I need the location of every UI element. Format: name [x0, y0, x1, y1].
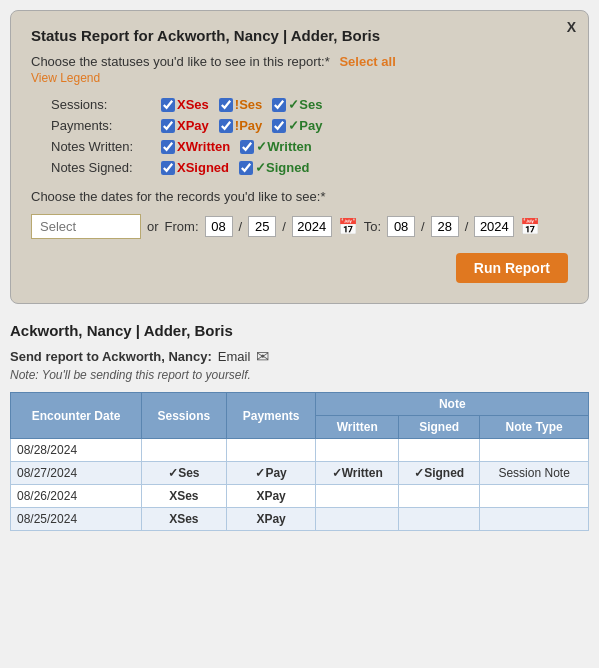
- send-report-value: Email: [218, 349, 251, 364]
- table-row: 08/26/2024XSesXPay: [11, 485, 589, 508]
- ipay-checkbox[interactable]: [219, 119, 233, 133]
- modal-title: Status Report for Ackworth, Nancy | Adde…: [31, 27, 568, 44]
- xsigned-label: XSigned: [177, 160, 229, 175]
- xses-item: XSes: [161, 97, 209, 112]
- notes-written-label: Notes Written:: [51, 139, 161, 154]
- to-day[interactable]: [431, 216, 459, 237]
- notes-signed-options: XSigned ✓Signed: [161, 160, 309, 175]
- payments-label: Payments:: [51, 118, 161, 133]
- th-note-type: Note Type: [480, 416, 589, 439]
- payments-row: Payments: XPay !Pay ✓Pay: [51, 118, 568, 133]
- table-row: 08/25/2024XSesXPay: [11, 508, 589, 531]
- select-all-link[interactable]: Select all: [339, 54, 395, 69]
- from-calendar-icon[interactable]: 📅: [338, 217, 358, 236]
- th-encounter-date: Encounter Date: [11, 393, 142, 439]
- table-header-group-row: Encounter Date Sessions Payments Note: [11, 393, 589, 416]
- vwritten-label: ✓Written: [256, 139, 312, 154]
- td-sessions: XSes: [142, 508, 227, 531]
- xpay-item: XPay: [161, 118, 209, 133]
- date-row: or From: / / 📅 To: / / 📅: [31, 214, 568, 239]
- td-payments: ✓Pay: [226, 462, 316, 485]
- status-report-modal: X Status Report for Ackworth, Nancy | Ad…: [10, 10, 589, 304]
- td-sessions: [142, 439, 227, 462]
- xpay-label: XPay: [177, 118, 209, 133]
- vsigned-item: ✓Signed: [239, 160, 309, 175]
- td-note-type: [480, 485, 589, 508]
- ises-checkbox[interactable]: [219, 98, 233, 112]
- td-note-type: Session Note: [480, 462, 589, 485]
- payments-options: XPay !Pay ✓Pay: [161, 118, 322, 133]
- sessions-options: XSes !Ses ✓Ses: [161, 97, 322, 112]
- td-encounter-date: 08/27/2024: [11, 462, 142, 485]
- to-label: To:: [364, 219, 381, 234]
- th-signed: Signed: [399, 416, 480, 439]
- from-year[interactable]: [292, 216, 332, 237]
- xses-label: XSes: [177, 97, 209, 112]
- ises-item: !Ses: [219, 97, 262, 112]
- xses-checkbox[interactable]: [161, 98, 175, 112]
- vses-label: ✓Ses: [288, 97, 322, 112]
- td-signed: [399, 508, 480, 531]
- to-month[interactable]: [387, 216, 415, 237]
- notes-written-options: XWritten ✓Written: [161, 139, 312, 154]
- th-written: Written: [316, 416, 399, 439]
- table-row: 08/27/2024✓Ses✓Pay✓Written✓SignedSession…: [11, 462, 589, 485]
- sessions-row: Sessions: XSes !Ses ✓Ses: [51, 97, 568, 112]
- notes-written-row: Notes Written: XWritten ✓Written: [51, 139, 568, 154]
- email-icon[interactable]: ✉: [256, 347, 269, 366]
- vpay-label: ✓Pay: [288, 118, 322, 133]
- ipay-label: !Pay: [235, 118, 262, 133]
- th-sessions: Sessions: [142, 393, 227, 439]
- vsigned-checkbox[interactable]: [239, 161, 253, 175]
- notes-signed-row: Notes Signed: XSigned ✓Signed: [51, 160, 568, 175]
- close-button[interactable]: X: [567, 19, 576, 35]
- choose-dates-label: Choose the dates for the records you'd l…: [31, 189, 568, 204]
- vpay-checkbox[interactable]: [272, 119, 286, 133]
- sessions-label: Sessions:: [51, 97, 161, 112]
- vwritten-checkbox[interactable]: [240, 140, 254, 154]
- td-note-type: [480, 439, 589, 462]
- from-label: From:: [165, 219, 199, 234]
- send-report-note: Note: You'll be sending this report to y…: [10, 368, 589, 382]
- xwritten-item: XWritten: [161, 139, 230, 154]
- td-written: [316, 508, 399, 531]
- status-grid: Sessions: XSes !Ses ✓Ses Payments:: [51, 97, 568, 175]
- bottom-section: Ackworth, Nancy | Adder, Boris Send repo…: [0, 314, 599, 541]
- from-day[interactable]: [248, 216, 276, 237]
- xsigned-checkbox[interactable]: [161, 161, 175, 175]
- vses-checkbox[interactable]: [272, 98, 286, 112]
- view-legend-link[interactable]: View Legend: [31, 71, 568, 85]
- xwritten-label: XWritten: [177, 139, 230, 154]
- from-month[interactable]: [205, 216, 233, 237]
- vsigned-label: ✓Signed: [255, 160, 309, 175]
- td-written: [316, 485, 399, 508]
- vses-item: ✓Ses: [272, 97, 322, 112]
- td-payments: XPay: [226, 508, 316, 531]
- choose-statuses-label: Choose the statuses you'd like to see in…: [31, 54, 568, 69]
- report-table-body: 08/28/202408/27/2024✓Ses✓Pay✓Written✓Sig…: [11, 439, 589, 531]
- ipay-item: !Pay: [219, 118, 262, 133]
- td-sessions: XSes: [142, 485, 227, 508]
- to-calendar-icon[interactable]: 📅: [520, 217, 540, 236]
- xwritten-checkbox[interactable]: [161, 140, 175, 154]
- td-note-type: [480, 508, 589, 531]
- table-row: 08/28/2024: [11, 439, 589, 462]
- td-signed: ✓Signed: [399, 462, 480, 485]
- td-payments: XPay: [226, 485, 316, 508]
- td-encounter-date: 08/25/2024: [11, 508, 142, 531]
- send-report-row: Send report to Ackworth, Nancy: Email ✉: [10, 347, 589, 366]
- select-input[interactable]: [31, 214, 141, 239]
- th-note-group: Note: [316, 393, 589, 416]
- th-payments: Payments: [226, 393, 316, 439]
- run-report-button[interactable]: Run Report: [456, 253, 568, 283]
- or-label: or: [147, 219, 159, 234]
- notes-signed-label: Notes Signed:: [51, 160, 161, 175]
- td-signed: [399, 439, 480, 462]
- xpay-checkbox[interactable]: [161, 119, 175, 133]
- to-year[interactable]: [474, 216, 514, 237]
- td-payments: [226, 439, 316, 462]
- td-encounter-date: 08/26/2024: [11, 485, 142, 508]
- vwritten-item: ✓Written: [240, 139, 312, 154]
- td-signed: [399, 485, 480, 508]
- vpay-item: ✓Pay: [272, 118, 322, 133]
